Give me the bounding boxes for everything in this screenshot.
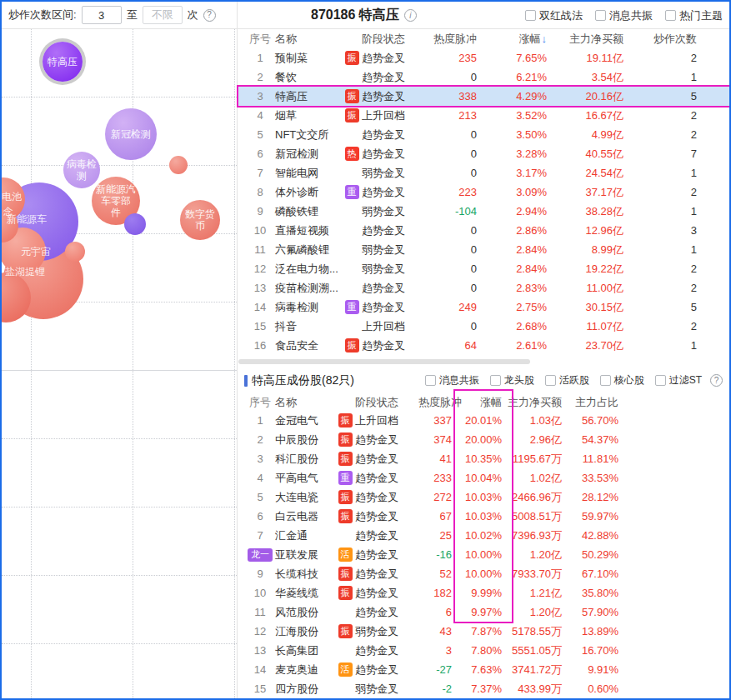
column-header[interactable]: 主力占比 [562, 395, 618, 410]
table-row[interactable]: 10华菱线缆振趋势金叉1829.99%1.21亿35.80% [238, 583, 731, 602]
cell-last: 2 [623, 109, 697, 122]
table-row[interactable]: 龙一亚联发展活趋势金叉-1610.00%1.20亿50.29% [238, 545, 731, 564]
table-row[interactable]: 12江海股份振弱势金叉437.87%5178.55万13.89% [238, 622, 731, 641]
cell-seq: 3 [245, 452, 275, 465]
table-row[interactable]: 13疫苗检测溯...趋势金叉02.83%11.00亿2 [238, 278, 731, 298]
checkbox-option[interactable]: 热门主题 [665, 8, 723, 23]
chart-bubble[interactable]: 新冠检测 [105, 108, 157, 160]
table-row[interactable]: 15四方股份弱势金叉-27.37%433.99万0.60% [238, 679, 731, 698]
table-row[interactable]: 2餐饮趋势金叉06.21%3.54亿1 [238, 68, 731, 87]
column-header[interactable]: 序号 [245, 32, 275, 47]
chart-bubble[interactable] [169, 156, 188, 174]
cell-net-buy: 37.17亿 [547, 185, 623, 200]
table-row[interactable]: 9磷酸铁锂弱势金叉-1042.94%38.28亿1 [238, 202, 731, 221]
checkbox-option[interactable]: 双红战法 [525, 8, 583, 23]
table-row[interactable]: 9长缆科技振趋势金叉5210.00%7933.70万67.10% [238, 564, 731, 583]
checkbox-icon[interactable] [545, 375, 556, 386]
checkbox-option[interactable]: 活跃股 [545, 373, 589, 388]
chart-bubble[interactable] [65, 242, 85, 262]
min-count-input[interactable]: 3 [82, 6, 122, 24]
cell-status: 趋势金叉 [362, 185, 430, 200]
chart-bubble[interactable] [124, 213, 146, 235]
cell-name: 大连电瓷 [275, 490, 335, 505]
column-header[interactable]: 炒作次数 [623, 32, 697, 47]
chart-bubble[interactable]: 特高压 [43, 42, 83, 82]
status-badge-icon: 重 [345, 300, 359, 314]
cell-net-buy: 2466.96万 [502, 490, 562, 505]
checkbox-icon[interactable] [600, 375, 611, 386]
status-badge-icon: 振 [345, 338, 359, 352]
checkbox-option[interactable]: 过滤ST [655, 373, 702, 388]
checkbox-option[interactable]: 龙头股 [490, 373, 534, 388]
column-header[interactable]: 涨幅 [452, 395, 502, 410]
column-header[interactable]: 主力净买额 [502, 395, 562, 410]
cell-seq: 3 [245, 90, 275, 102]
checkbox-option[interactable]: 消息共振 [425, 373, 479, 388]
bubble-label: 件 [111, 207, 121, 218]
table-row[interactable]: 8体外诊断重趋势金叉2233.09%37.17亿2 [238, 182, 731, 202]
table-row[interactable]: 15抖音上升回档02.68%11.07亿2 [238, 317, 731, 336]
table-row[interactable]: 5大连电瓷振趋势金叉27210.03%2466.96万28.12% [238, 488, 731, 507]
table-row[interactable]: 13长高集团趋势金叉37.80%5551.05万16.70% [238, 641, 731, 660]
column-header[interactable]: 名称 [275, 395, 335, 410]
cell-last: 56.70% [562, 414, 618, 427]
column-header[interactable]: 阶段状态 [362, 32, 430, 47]
info-icon[interactable]: i [404, 9, 417, 22]
cell-net-buy: 1195.67万 [502, 452, 562, 467]
table-row[interactable]: 14麦克奥迪活趋势金叉-277.63%3741.72万9.91% [238, 660, 731, 679]
table-row[interactable]: 11风范股份趋势金叉69.97%1.20亿57.90% [238, 602, 731, 622]
table-row[interactable]: 3科汇股份振趋势金叉4110.35%1195.67万11.81% [238, 449, 731, 468]
chart-bubble[interactable]: 数字货币 [180, 200, 220, 240]
cell-name: 风范股份 [275, 605, 335, 620]
cell-net-buy: 30.15亿 [547, 300, 623, 315]
table-row[interactable]: 7汇金通趋势金叉2510.02%7396.93万42.88% [238, 526, 731, 545]
cell-pulse: 374 [418, 433, 452, 446]
checkbox-icon[interactable] [595, 10, 606, 21]
cell-seq: 11 [245, 243, 275, 256]
table-row[interactable]: 16食品安全振趋势金叉642.61%23.70亿1 [238, 336, 731, 355]
table-row[interactable]: 5NFT文交所趋势金叉03.50%4.99亿2 [238, 125, 731, 144]
table-row[interactable]: 2中辰股份振趋势金叉37420.00%2.96亿54.37% [238, 430, 731, 449]
table-row[interactable]: 12泛在电力物...弱势金叉02.84%19.22亿2 [238, 259, 731, 278]
table-row[interactable]: 10直播短视频趋势金叉02.86%12.96亿3 [238, 221, 731, 240]
table-row[interactable]: 6白云电器振趋势金叉6710.03%5008.51万59.97% [238, 507, 731, 526]
table-row[interactable]: 7智能电网弱势金叉03.17%24.54亿1 [238, 163, 731, 182]
column-header[interactable]: 阶段状态 [355, 395, 418, 410]
table-row[interactable]: 4平高电气重趋势金叉23310.04%1.02亿33.53% [238, 468, 731, 488]
checkbox-icon[interactable] [525, 10, 536, 21]
table-row[interactable]: 1金冠电气振上升回档33720.01%1.03亿56.70% [238, 411, 731, 430]
checkbox-icon[interactable] [655, 375, 666, 386]
column-header[interactable]: 涨幅↓ [477, 32, 547, 47]
cell-badge: 重 [342, 185, 362, 199]
cell-seq: 5 [245, 491, 275, 503]
checkbox-icon[interactable] [490, 375, 501, 386]
table-row[interactable]: 6新冠检测热趋势金叉03.28%40.55亿7 [238, 144, 731, 163]
help-icon[interactable]: ? [710, 374, 723, 387]
horizontal-scrollbar[interactable] [238, 359, 530, 364]
table-row[interactable]: 4烟草振上升回档2133.52%16.67亿2 [238, 106, 731, 125]
table-row[interactable]: 1预制菜振趋势金叉2357.65%19.11亿2 [238, 48, 731, 68]
checkbox-option[interactable]: 消息共振 [595, 8, 653, 23]
cell-last: 2 [623, 128, 697, 141]
cell-name: 病毒检测 [275, 300, 342, 315]
cell-status: 趋势金叉 [355, 586, 418, 601]
column-header[interactable]: 主力净买额 [547, 32, 623, 47]
chart-bubble[interactable]: 病毒检测 [63, 152, 100, 188]
max-count-input[interactable]: 不限 [143, 6, 183, 24]
cell-name: 特高压 [275, 89, 342, 104]
column-header[interactable]: 序号 [245, 395, 275, 410]
column-header[interactable]: 名称 [275, 32, 342, 47]
cell-change: 2.75% [477, 301, 547, 313]
status-badge-icon: 振 [345, 51, 359, 65]
checkbox-icon[interactable] [665, 10, 676, 21]
column-header[interactable]: 热度脉冲 [418, 395, 452, 410]
checkbox-option[interactable]: 核心股 [600, 373, 644, 388]
help-icon[interactable]: ? [203, 9, 216, 22]
table-row[interactable]: 11六氟磷酸锂弱势金叉02.84%8.99亿1 [238, 240, 731, 259]
checkbox-icon[interactable] [425, 375, 436, 386]
gridline [2, 97, 237, 98]
table-row[interactable]: 14病毒检测重趋势金叉2492.75%30.15亿5 [238, 298, 731, 317]
cell-net-buy: 1.02亿 [502, 471, 562, 486]
table-row[interactable]: 3特高压振趋势金叉3384.29%20.16亿5 [238, 87, 731, 106]
column-header[interactable]: 热度脉冲 [430, 32, 477, 47]
